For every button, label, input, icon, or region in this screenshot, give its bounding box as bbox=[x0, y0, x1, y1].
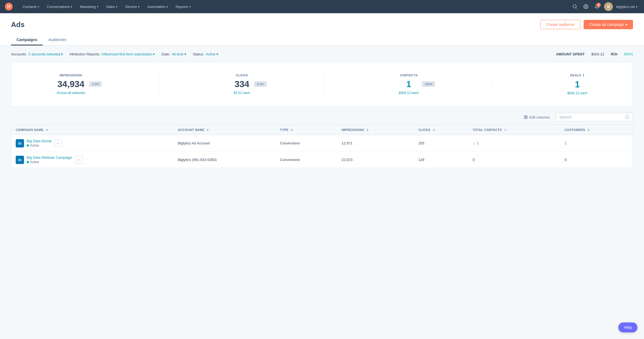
svg-point-9 bbox=[626, 115, 629, 119]
deals-sub[interactable]: $504.12 each bbox=[567, 91, 588, 95]
contacts-sub[interactable]: $504.12 each bbox=[399, 91, 419, 95]
nav-item-conversations[interactable]: Conversations ▾ bbox=[43, 0, 76, 13]
impressions-sub[interactable]: Across all networks bbox=[57, 91, 85, 95]
warning-icon: ⚠ bbox=[473, 141, 476, 145]
sort-icon[interactable]: ⇅ bbox=[46, 128, 48, 131]
contacts-value: 1 bbox=[477, 141, 479, 145]
campaign-name-cell: in Big Data Webinar Campaign Active ✓ bbox=[11, 152, 173, 168]
tab-campaigns[interactable]: Campaigns bbox=[11, 35, 43, 45]
col-campaign-name: CAMPAIGN NAME ⇅ bbox=[11, 125, 173, 135]
search-box bbox=[556, 113, 633, 121]
campaign-status: Active bbox=[27, 160, 72, 164]
sort-icon[interactable]: ▼ bbox=[504, 128, 507, 131]
impressions-arrow: 1.0% bbox=[89, 81, 102, 87]
customers-cell: 1 bbox=[560, 135, 633, 152]
accounts-filter-value[interactable]: 2 accounts selected ▾ bbox=[28, 52, 63, 56]
campaign-status: Active bbox=[27, 144, 52, 147]
svg-point-2 bbox=[573, 5, 576, 8]
stat-divider-1 bbox=[159, 73, 160, 95]
search-input[interactable] bbox=[559, 115, 623, 119]
impressions-stat: IMPRESSIONS 34,934 Across all networks 1… bbox=[57, 74, 85, 95]
nav-items: Contacts ▾ Conversations ▾ Marketing ▾ S… bbox=[19, 0, 570, 13]
deals-stat: DEALS ℹ 1 $504.12 each bbox=[567, 73, 588, 95]
account-name-cell: Biglytics (991-823-5383) bbox=[173, 152, 276, 168]
col-type: TYPE ⇅ bbox=[276, 125, 337, 135]
status-dot-icon bbox=[27, 161, 29, 163]
sort-icon[interactable]: ⇅ bbox=[433, 128, 435, 131]
stat-divider-3 bbox=[493, 73, 493, 95]
campaign-checkbox[interactable]: ✓ bbox=[54, 139, 62, 147]
clicks-arrow: 0.3% bbox=[254, 81, 266, 87]
campaign-link[interactable]: Big Data Ebook bbox=[27, 139, 52, 143]
clicks-cell: 129 bbox=[414, 152, 468, 168]
chevron-down-icon: ▾ bbox=[166, 5, 168, 8]
hubspot-logo[interactable]: H bbox=[4, 2, 13, 11]
col-impressions: IMPRESSIONS ⇅ bbox=[337, 125, 414, 135]
customers-value: 0 bbox=[565, 158, 567, 162]
attribution-filter-value[interactable]: Influenced first form submission ▾ bbox=[102, 52, 155, 56]
impressions-cell: 22,023 bbox=[337, 152, 414, 168]
sort-icon[interactable]: ⇅ bbox=[290, 128, 293, 131]
create-campaign-button[interactable]: Create ad campaign ▾ bbox=[584, 20, 633, 29]
chevron-down-icon: ▾ bbox=[116, 5, 117, 8]
settings-button[interactable] bbox=[581, 2, 591, 12]
clicks-sub[interactable]: $1.51 each bbox=[234, 91, 250, 95]
customers-cell: 0 bbox=[560, 152, 633, 168]
tab-bar: Campaigns Audiences bbox=[11, 35, 633, 45]
search-button[interactable] bbox=[570, 2, 580, 12]
clicks-cell: 205 bbox=[414, 135, 468, 152]
table-row: in Big Data Webinar Campaign Active ✓ Bi… bbox=[11, 152, 633, 168]
account-name[interactable]: biglytics.net ▾ bbox=[614, 5, 640, 9]
svg-rect-5 bbox=[524, 116, 525, 117]
nav-item-contacts[interactable]: Contacts ▾ bbox=[19, 0, 43, 13]
notification-count: 5 bbox=[596, 3, 601, 7]
col-clicks: CLICKS ⇅ bbox=[414, 125, 468, 135]
table-header-row: CAMPAIGN NAME ⇅ ACCOUNT NAME ⇅ TYPE ⇅ IM… bbox=[11, 125, 633, 135]
navbar: H Contacts ▾ Conversations ▾ Marketing ▾… bbox=[0, 0, 644, 13]
chevron-down-icon: ▾ bbox=[626, 22, 627, 27]
linkedin-icon: in bbox=[16, 139, 24, 147]
nav-item-reports[interactable]: Reports ▾ bbox=[172, 0, 195, 13]
type-cell: Conversions bbox=[276, 135, 337, 152]
campaigns-table: CAMPAIGN NAME ⇅ ACCOUNT NAME ⇅ TYPE ⇅ IM… bbox=[11, 125, 633, 168]
contacts-value: 0 bbox=[473, 158, 475, 162]
status-dot-icon bbox=[27, 144, 29, 147]
impressions-cell: 12,871 bbox=[337, 135, 414, 152]
sort-icon[interactable]: ⇅ bbox=[366, 128, 369, 131]
campaign-name-cell: in Big Data Ebook Active ✓ bbox=[11, 135, 173, 152]
sort-icon[interactable]: ⇅ bbox=[587, 128, 590, 131]
table-controls: Edit columns bbox=[11, 113, 633, 121]
info-icon[interactable]: ℹ bbox=[583, 73, 584, 77]
nav-item-sales[interactable]: Sales ▾ bbox=[102, 0, 122, 13]
sort-icon[interactable]: ⇅ bbox=[206, 128, 209, 131]
linkedin-icon: in bbox=[16, 156, 24, 164]
type-cell: Conversions bbox=[276, 152, 337, 168]
notifications-button[interactable]: 5 bbox=[592, 2, 602, 12]
contacts-stat: CONTACTS 1 $504.12 each 100% bbox=[399, 74, 419, 95]
nav-right: 5 B biglytics.net ▾ bbox=[570, 2, 640, 12]
nav-item-service[interactable]: Service ▾ bbox=[121, 0, 143, 13]
stat-divider-2 bbox=[324, 73, 325, 95]
status-filter-value[interactable]: Active ▾ bbox=[206, 52, 218, 56]
chevron-down-icon: ▾ bbox=[61, 52, 63, 56]
campaign-checkbox[interactable]: ✓ bbox=[75, 156, 83, 164]
chevron-down-icon: ▾ bbox=[71, 5, 72, 8]
page-header-top: Ads Create audience Create ad campaign ▾ bbox=[11, 20, 633, 29]
svg-rect-6 bbox=[526, 116, 527, 117]
chevron-down-icon: ▾ bbox=[184, 52, 186, 56]
chevron-down-icon: ▾ bbox=[38, 5, 39, 8]
edit-columns-button[interactable]: Edit columns bbox=[521, 114, 553, 121]
main-content: Accounts: 2 accounts selected ▾ Attribut… bbox=[0, 45, 644, 175]
date-filter-value[interactable]: All time ▾ bbox=[172, 52, 186, 56]
campaign-link[interactable]: Big Data Webinar Campaign bbox=[27, 155, 72, 160]
contacts-cell: 0 bbox=[468, 152, 560, 168]
contacts-cell: ⚠ 1 bbox=[468, 135, 560, 152]
create-audience-button[interactable]: Create audience bbox=[540, 20, 580, 29]
nav-item-marketing[interactable]: Marketing ▾ bbox=[76, 0, 102, 13]
nav-item-automation[interactable]: Automation ▾ bbox=[143, 0, 172, 13]
avatar[interactable]: B bbox=[604, 2, 613, 11]
header-buttons: Create audience Create ad campaign ▾ bbox=[540, 20, 633, 29]
col-customers: CUSTOMERS ⇅ bbox=[560, 125, 633, 135]
tab-audiences[interactable]: Audiences bbox=[43, 35, 72, 45]
customers-value: 1 bbox=[565, 141, 567, 145]
